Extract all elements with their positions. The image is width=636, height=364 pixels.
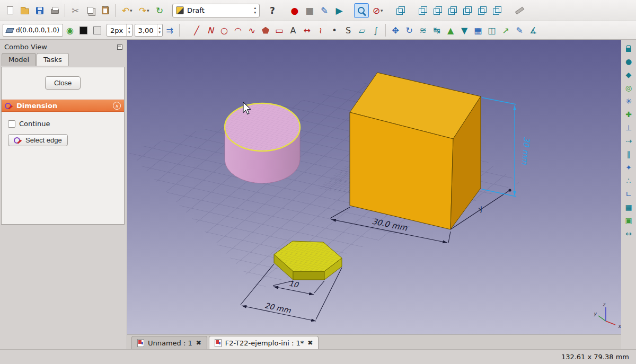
document-tab-unnamed[interactable]: Unnamed : 1 ✖ (131, 336, 207, 349)
draft-array-icon[interactable]: ▦ (471, 23, 485, 37)
text-size-spinner[interactable]: 3,00 ▴▾ (135, 24, 163, 37)
tab-tasks[interactable]: Tasks (37, 53, 69, 66)
view-axonometric-icon[interactable] (393, 3, 408, 18)
document-icon (137, 339, 144, 347)
clipboard-icon (102, 6, 109, 14)
snap-dimensions-icon[interactable]: ↔ (623, 228, 634, 239)
draft-mirror-icon[interactable]: ◫ (485, 23, 499, 37)
macro-play-icon[interactable]: ▶ (332, 3, 347, 18)
snap-angle-icon[interactable]: ✳ (623, 95, 634, 107)
snap-perpendicular-icon[interactable]: ⊥ (623, 122, 634, 134)
draft-trim-icon[interactable]: ↹ (430, 23, 444, 37)
apply-style-icon[interactable]: ⇉ (163, 23, 176, 37)
open-document-icon[interactable] (17, 3, 32, 18)
snap-center-icon[interactable]: ◎ (623, 82, 634, 94)
draft-circle-icon[interactable]: ○ (217, 23, 231, 37)
refresh-icon[interactable]: ↻ (152, 3, 167, 18)
draft-text-icon[interactable]: A (286, 23, 300, 37)
spinner-arrows-icon[interactable]: ▴▾ (126, 24, 132, 36)
draft-offset-icon[interactable]: ≋ (416, 23, 430, 37)
draft-shapestring-icon[interactable]: S (341, 23, 355, 37)
copy-pages-icon (87, 7, 93, 14)
draft-upgrade-icon[interactable]: ▲ (444, 23, 457, 37)
copy-icon[interactable] (83, 3, 98, 18)
snap-parallel-icon[interactable]: ∥ (623, 148, 634, 160)
view-top-icon[interactable] (430, 3, 445, 18)
box-object[interactable] (350, 73, 481, 229)
snap-extension-icon[interactable]: ⇢ (623, 135, 634, 147)
snap-ortho-icon[interactable]: ∟ (623, 188, 634, 200)
cube-icon (419, 6, 427, 15)
new-document-icon[interactable] (3, 3, 17, 18)
draft-rectangle-icon[interactable]: ▭ (272, 23, 286, 37)
draft-facebinder-icon[interactable]: ▱ (355, 23, 369, 37)
snap-grid-icon[interactable]: ▦ (623, 201, 634, 213)
combo-spinner-icon[interactable]: ▴▾ (254, 6, 256, 14)
cut-icon[interactable]: ✂ (68, 3, 83, 18)
viewport-canvas[interactable]: 30.0 mm y 10 20 mm 30 mm x y z (127, 40, 621, 334)
folder-icon (21, 8, 29, 14)
document-tab-ejemplo[interactable]: F2-T22-ejemplo-ini : 1* ✖ (209, 336, 319, 349)
draft-polygon-icon[interactable] (259, 23, 272, 37)
print-icon[interactable] (47, 3, 62, 18)
float-panel-icon[interactable] (117, 45, 122, 50)
macro-stop-icon[interactable]: ■ (302, 3, 317, 18)
redo-dropdown-icon[interactable]: ▾ (147, 8, 152, 13)
3d-viewport[interactable]: 30.0 mm y 10 20 mm 30 mm x y z (127, 40, 621, 334)
draft-bezier-icon[interactable]: ≀ (314, 23, 328, 37)
construction-mode-icon[interactable]: ◉ (63, 23, 77, 37)
draft-slope-icon[interactable]: ∡ (526, 23, 540, 37)
tab-close-icon[interactable]: ✖ (196, 339, 201, 347)
snap-working-plane-icon[interactable]: ▣ (623, 215, 634, 226)
draft-bspline-icon[interactable]: ∿ (245, 23, 259, 37)
paste-icon[interactable] (98, 3, 112, 18)
snap-near-icon[interactable]: ∴ (623, 175, 634, 187)
line-color-swatch[interactable] (91, 23, 104, 37)
measure-distance-icon[interactable] (512, 3, 527, 18)
draft-move-icon[interactable]: ✥ (388, 23, 402, 37)
draft-dimension-icon[interactable]: ↔ (300, 23, 314, 37)
fill-color-swatch[interactable] (77, 23, 91, 37)
snap-special-icon[interactable]: ✦ (623, 162, 634, 173)
view-right-icon[interactable] (445, 3, 460, 18)
draft-downgrade-icon[interactable]: ▼ (457, 23, 471, 37)
macro-record-icon[interactable]: ● (287, 3, 302, 18)
draft-rotate-icon[interactable]: ↻ (402, 23, 416, 37)
draft-edit-icon[interactable]: ✎ (513, 23, 526, 37)
snap-midpoint-icon[interactable]: ◆ (623, 69, 634, 81)
draft-polyline-icon[interactable]: N (204, 23, 217, 37)
view-rear-icon[interactable] (460, 3, 475, 18)
select-edge-button[interactable]: Select edge (8, 134, 68, 146)
spinner-arrows-icon[interactable]: ▴▾ (157, 24, 163, 36)
snap-endpoint-icon[interactable]: ● (623, 56, 634, 67)
snap-toolbar: ● ◆ ◎ ✳ ✚ ⊥ ⇢ ∥ ✦ ∴ ∟ ▦ ▣ ↔ (621, 40, 636, 349)
line-width-spinner[interactable]: 2px ▴▾ (107, 24, 132, 37)
continue-checkbox[interactable] (8, 120, 15, 128)
draft-to-sketch-icon[interactable]: ∫ (369, 23, 383, 37)
whats-this-icon[interactable]: ? (265, 3, 280, 18)
close-button[interactable]: Close (45, 76, 81, 90)
collapse-task-icon[interactable]: ∧ (113, 102, 121, 110)
draft-scale-icon[interactable]: ↗ (499, 23, 513, 37)
working-plane-button[interactable]: d(0.0,0.0,1.0) (3, 24, 63, 37)
view-bottom-icon[interactable] (475, 3, 490, 18)
tab-model[interactable]: Model (2, 53, 36, 66)
zoom-fit-all-icon[interactable] (354, 3, 369, 18)
line-width-value: 2px (110, 26, 123, 34)
save-document-icon[interactable] (32, 3, 47, 18)
dimension-task-header[interactable]: Dimension ∧ (2, 100, 124, 112)
draft-arc-icon[interactable]: ◠ (231, 23, 245, 37)
snap-lock-icon[interactable] (623, 42, 634, 54)
undo-dropdown-icon[interactable]: ▾ (130, 8, 135, 13)
page-icon (7, 6, 13, 14)
tab-close-icon[interactable]: ✖ (307, 339, 313, 347)
draft-line-icon[interactable]: ╱ (190, 23, 204, 37)
macro-edit-icon[interactable]: ✎ (317, 3, 332, 18)
workbench-selector[interactable]: Draft ▴▾ (172, 4, 260, 17)
view-front-icon[interactable] (416, 3, 430, 18)
view-left-icon[interactable] (490, 3, 505, 18)
snap-intersection-icon[interactable]: ✚ (623, 109, 634, 120)
working-plane-label: d(0.0,0.0,1.0) (16, 26, 59, 34)
draft-point-icon[interactable]: • (328, 23, 341, 37)
draw-style-dropdown-icon[interactable]: ▾ (381, 8, 386, 13)
